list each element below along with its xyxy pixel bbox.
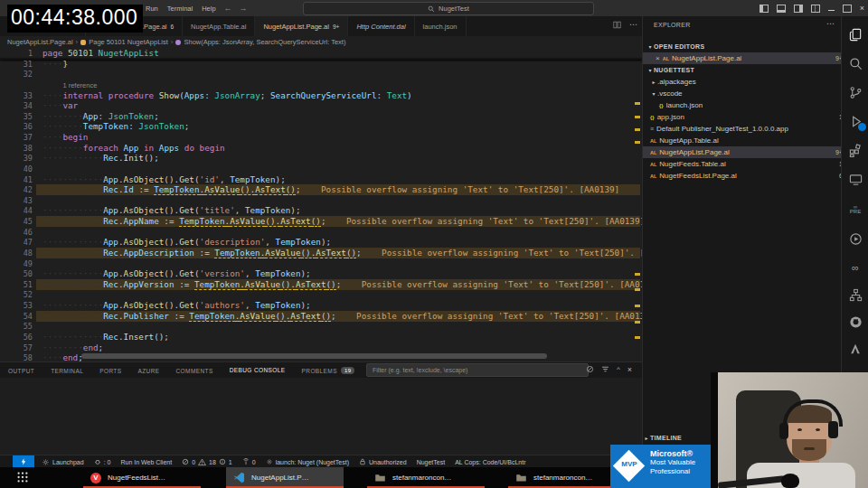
clear-console-icon[interactable] [586, 365, 594, 373]
toggle-panel-icon[interactable] [777, 5, 786, 13]
explorer-item--vscode[interactable]: ▾.vscode [643, 88, 842, 99]
status-0[interactable]: 0 [242, 458, 256, 465]
close-editor-icon[interactable]: × [656, 54, 660, 62]
command-center[interactable]: NugetTest [303, 2, 594, 15]
line-number[interactable]: 50 [0, 268, 33, 279]
debug-filter-input[interactable]: Filter (e.g. text, !exclude, \escape) [366, 363, 589, 377]
panel-tab-terminal[interactable]: TERMINAL [42, 363, 91, 378]
breadcrumb-item[interactable]: NugetAppList.Page.al [7, 38, 73, 46]
toggle-secondary-sidebar-icon[interactable] [794, 5, 803, 13]
panel-tab-comments[interactable]: COMMENTS [168, 363, 222, 378]
line-number[interactable]: 32 [0, 69, 33, 80]
status--0[interactable]: : 0 [94, 458, 111, 465]
line-number[interactable]: 48 [0, 248, 33, 258]
status-unauthorized[interactable]: Unauthorized [359, 458, 407, 465]
line-number[interactable]: 38 [0, 143, 33, 154]
explorer-item-nugetapp-table-al[interactable]: ALNugetApp.Table.al [643, 135, 842, 146]
line-number[interactable]: 41 [0, 174, 33, 185]
explorer-item-launch-json[interactable]: {}launch.json [643, 99, 842, 111]
panel-tab-azure[interactable]: AZURE [129, 363, 167, 378]
nav-back-icon[interactable]: ← [221, 4, 236, 13]
menu-terminal[interactable]: Terminal [163, 5, 197, 13]
activity-azure-icon[interactable] [842, 338, 868, 360]
activity-extensions-icon[interactable] [842, 139, 868, 161]
explorer-item-nugetfeeds-table-al[interactable]: ALNugetFeeds.Table.al1 [643, 158, 842, 170]
activity-remote-explorer-icon[interactable] [842, 168, 868, 190]
horizontal-scrollbar[interactable] [81, 353, 547, 359]
tab-http-content-dal[interactable]: Http Content.dal [348, 16, 414, 36]
minimize-button[interactable] [828, 6, 835, 11]
remote-indicator[interactable] [13, 455, 34, 468]
status-problems[interactable]: 0181 [182, 458, 232, 466]
menu-help[interactable]: Help [197, 5, 220, 13]
line-number[interactable]: 47 [0, 237, 33, 248]
tab-nugetapp-table-al[interactable]: NugetApp.Table.al [183, 16, 255, 36]
line-number[interactable]: 39 [0, 153, 33, 164]
line-number[interactable]: 55 [0, 321, 33, 332]
activity-github-icon[interactable] [842, 311, 868, 333]
activity-source-control-icon[interactable] [842, 81, 868, 103]
filter-lines-icon[interactable] [601, 365, 609, 373]
activity-al-preview-icon[interactable]: ∞PRE [842, 199, 868, 221]
line-number[interactable]: 52 [0, 289, 33, 300]
status-run-in-web-client[interactable]: Run In Web Client [120, 459, 172, 465]
status-al-cops-code-ui-bclntr[interactable]: AL Cops: Code/UI/BcLntr [455, 459, 525, 465]
status-launchpad[interactable]: Launchpad [42, 458, 84, 466]
taskbar-item-1[interactable]: NugetAppList.P… [226, 467, 344, 488]
line-number[interactable]: 34 [0, 100, 33, 111]
nav-forward-icon[interactable]: → [236, 4, 251, 13]
panel-tab-output[interactable]: OUTPUT [0, 363, 42, 378]
explorer-section-nugettest[interactable]: ▾NUGETTEST [643, 64, 842, 76]
line-number[interactable]: 35 [0, 111, 33, 122]
line-number[interactable]: 31 [0, 59, 33, 70]
explorer-more-icon[interactable]: ⋯ [826, 19, 835, 28]
taskbar-item-3[interactable]: stefanmaroncon… [508, 467, 626, 488]
chevron-up-icon[interactable]: ^ [617, 365, 620, 373]
breadcrumb-item[interactable]: Page 50101 NugetAppList [89, 38, 168, 46]
line-number[interactable]: 54 [0, 311, 33, 322]
line-number[interactable]: 42 [0, 184, 33, 195]
split-editor-icon[interactable] [613, 21, 621, 29]
more-actions-icon[interactable]: ⋯ [629, 20, 637, 29]
menu-run[interactable]: Run [141, 5, 163, 13]
panel-tab-ports[interactable]: PORTS [91, 363, 129, 378]
line-number[interactable]: 33 [0, 90, 33, 101]
explorer-item-nugetapplist-page-al[interactable]: ALNugetAppList.Page.al9+ [643, 146, 842, 158]
close-button[interactable]: × [860, 4, 864, 13]
debug-console-body[interactable] [0, 378, 642, 455]
tab-nugetapplist-page-al[interactable]: NugetAppList.Page.al9+ [255, 16, 348, 36]
explorer-section-open-editors[interactable]: ▾OPEN EDITORS [643, 41, 842, 52]
activity-org-view-icon[interactable] [842, 284, 868, 305]
line-number[interactable]: 43 [0, 195, 33, 206]
line-number[interactable]: 58 [0, 352, 33, 361]
activity-explorer-icon[interactable] [842, 23, 868, 45]
line-number[interactable]: 53 [0, 300, 33, 311]
code-editor[interactable]: 1page 50101 NugetAppList31····}32 1 refe… [0, 47, 642, 361]
line-number[interactable]: 40 [0, 164, 33, 174]
explorer-item-app-json[interactable]: {}app.json1 [643, 111, 842, 123]
taskbar-item-0[interactable]: VNugetFeedsList… [83, 467, 201, 488]
close-panel-icon[interactable]: × [627, 365, 632, 374]
line-number[interactable]: 45 [0, 216, 33, 227]
line-number[interactable]: 36 [0, 121, 33, 132]
status-nugettest[interactable]: NugetTest [417, 459, 446, 465]
tab-launch-json[interactable]: launch.json [415, 16, 467, 36]
restore-button[interactable] [843, 5, 852, 13]
line-number[interactable]: 46 [0, 227, 33, 238]
line-number[interactable]: 44 [0, 205, 33, 216]
activity-run-debug-icon[interactable] [842, 110, 868, 132]
status-launch-nuget-nugettest-[interactable]: launch: Nuget (NugetTest) [266, 458, 349, 465]
app-launcher-icon[interactable] [16, 471, 29, 483]
explorer-item-nugetfeedslist-page-al[interactable]: ALNugetFeedsList.Page.al6 [643, 170, 842, 182]
taskbar-item-2[interactable]: stefanmaroncon… [367, 467, 485, 488]
line-number[interactable]: 37 [0, 132, 33, 143]
customize-layout-icon[interactable] [811, 5, 820, 13]
panel-tab-debug-console[interactable]: DEBUG CONSOLE [222, 363, 294, 379]
activity-azure-pipelines-icon[interactable]: ∞ [842, 257, 868, 278]
line-number[interactable]: 56 [0, 332, 33, 343]
explorer-item-nugetapplist-page-al[interactable]: ×ALNugetAppList.Page.al9+ [643, 52, 842, 64]
breadcrumb-item[interactable]: Show(Apps: JsonArray, SearchQueryService… [184, 38, 345, 46]
toggle-sidebar-icon[interactable] [760, 5, 769, 13]
explorer-item-default-publisher-nugettest-1-0-0-0-app[interactable]: ≡Default Publisher_NugetTest_1.0.0.0.app [643, 123, 842, 135]
activity-run-circle-icon[interactable] [842, 228, 868, 249]
